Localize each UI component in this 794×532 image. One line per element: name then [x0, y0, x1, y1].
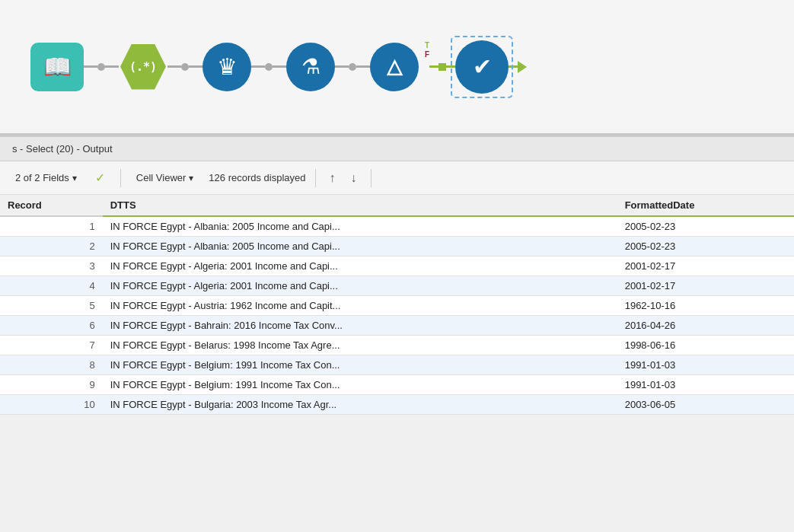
table-row: 1IN FORCE Egypt - Albania: 2005 Income a…	[0, 216, 794, 237]
flask-icon: ⚗	[286, 43, 335, 91]
workflow-canvas: 📖 (.*) ♛	[0, 0, 794, 133]
fields-chevron-icon: ▾	[72, 173, 77, 183]
output-header: s - Select (20) - Output	[0, 136, 794, 161]
toolbar: 2 of 2 Fields ▾ ✓ Cell Viewer ▾ 126 reco…	[0, 161, 794, 195]
workflow-nodes: 📖 (.*) ♛	[30, 40, 527, 94]
cell-dtts: IN FORCE Egypt - Belarus: 1998 Income Ta…	[103, 336, 617, 355]
cell-record: 8	[0, 355, 103, 375]
col-header-formatted-date: FormattedDate	[617, 195, 794, 216]
fields-button[interactable]: 2 of 2 Fields ▾	[9, 169, 83, 186]
cell-dtts: IN FORCE Egypt - Bulgaria: 2003 Income T…	[103, 395, 617, 415]
node-filter[interactable]: △ T F	[370, 43, 419, 91]
cell-record: 5	[0, 296, 103, 316]
table-row: 3IN FORCE Egypt - Algeria: 2001 Income a…	[0, 256, 794, 276]
book-icon: 📖	[30, 43, 84, 91]
connector-4	[335, 63, 370, 71]
cell-formatted-date: 1991-01-03	[617, 355, 794, 375]
table-row: 8IN FORCE Egypt - Belgium: 1991 Income T…	[0, 355, 794, 375]
records-displayed-label: 126 records displayed	[209, 172, 305, 183]
cell-dtts: IN FORCE Egypt - Austria: 1962 Income an…	[103, 296, 617, 316]
cell-dtts: IN FORCE Egypt - Belgium: 1991 Income Ta…	[103, 355, 617, 375]
cell-record: 3	[0, 256, 103, 276]
cell-dtts: IN FORCE Egypt - Algeria: 2001 Income an…	[103, 276, 617, 296]
cell-record: 7	[0, 336, 103, 355]
check-fields-icon: ✓	[95, 170, 105, 185]
cell-formatted-date: 2001-02-17	[617, 276, 794, 296]
node-flask[interactable]: ⚗	[286, 43, 335, 91]
table-body: 1IN FORCE Egypt - Albania: 2005 Income a…	[0, 216, 794, 415]
connector-2	[167, 63, 202, 71]
table-row: 7IN FORCE Egypt - Belarus: 1998 Income T…	[0, 336, 794, 355]
cell-record: 4	[0, 276, 103, 296]
toolbar-divider-2	[315, 169, 316, 187]
cell-formatted-date: 1998-06-16	[617, 336, 794, 355]
table-header: Record DTTS FormattedDate	[0, 195, 794, 216]
cell-record: 10	[0, 395, 103, 415]
node-crown[interactable]: ♛	[202, 43, 251, 91]
sort-asc-button[interactable]: ↑	[325, 170, 340, 186]
cell-dtts: IN FORCE Egypt - Albania: 2005 Income an…	[103, 237, 617, 256]
col-header-dtts: DTTS	[103, 195, 617, 216]
table-row: 2IN FORCE Egypt - Albania: 2005 Income a…	[0, 237, 794, 256]
table-row: 9IN FORCE Egypt - Belgium: 1991 Income T…	[0, 375, 794, 395]
fields-label: 2 of 2 Fields	[15, 172, 69, 183]
tf-labels: T F	[425, 41, 429, 59]
table-row: 6IN FORCE Egypt - Bahrain: 2016 Income T…	[0, 316, 794, 336]
cell-formatted-date: 1962-10-16	[617, 296, 794, 316]
cell-formatted-date: 2016-04-26	[617, 316, 794, 336]
cell-dtts: IN FORCE Egypt - Belgium: 1991 Income Ta…	[103, 375, 617, 395]
toolbar-divider-3	[371, 169, 371, 187]
cell-formatted-date: 2001-02-17	[617, 256, 794, 276]
crown-icon: ♛	[202, 43, 251, 91]
cell-viewer-label: Cell Viewer	[136, 172, 187, 183]
cell-dtts: IN FORCE Egypt - Algeria: 2001 Income an…	[103, 256, 617, 276]
output-header-title: s - Select (20) - Output	[12, 143, 113, 155]
node-book[interactable]: 📖	[30, 43, 84, 91]
connector-3	[251, 63, 286, 71]
cell-record: 6	[0, 316, 103, 336]
table-row: 4IN FORCE Egypt - Algeria: 2001 Income a…	[0, 276, 794, 296]
cell-record: 9	[0, 375, 103, 395]
cell-viewer-button[interactable]: Cell Viewer ▾	[130, 169, 200, 186]
node-output[interactable]: ✔	[455, 40, 509, 94]
table-row: 10IN FORCE Egypt - Bulgaria: 2003 Income…	[0, 395, 794, 415]
toolbar-divider-1	[120, 169, 121, 187]
cell-formatted-date: 1991-01-03	[617, 375, 794, 395]
cell-dtts: IN FORCE Egypt - Albania: 2005 Income an…	[103, 216, 617, 237]
node-regex[interactable]: (.*)	[119, 43, 167, 91]
check-fields-button[interactable]: ✓	[89, 167, 111, 188]
cell-record: 1	[0, 216, 103, 237]
connector-1	[84, 63, 119, 71]
cell-formatted-date: 2005-02-23	[617, 216, 794, 237]
col-header-record: Record	[0, 195, 103, 216]
cell-dtts: IN FORCE Egypt - Bahrain: 2016 Income Ta…	[103, 316, 617, 336]
table-row: 5IN FORCE Egypt - Austria: 1962 Income a…	[0, 296, 794, 316]
cell-formatted-date: 2003-06-05	[617, 395, 794, 415]
sort-desc-button[interactable]: ↓	[346, 170, 362, 186]
filter-icon: △	[370, 43, 419, 91]
regex-icon: (.*)	[129, 60, 157, 74]
cell-formatted-date: 2005-02-23	[617, 237, 794, 256]
cell-record: 2	[0, 237, 103, 256]
cell-viewer-chevron-icon: ▾	[189, 173, 193, 183]
data-table-container: Record DTTS FormattedDate 1IN FORCE Egyp…	[0, 195, 794, 415]
data-table: Record DTTS FormattedDate 1IN FORCE Egyp…	[0, 195, 794, 415]
